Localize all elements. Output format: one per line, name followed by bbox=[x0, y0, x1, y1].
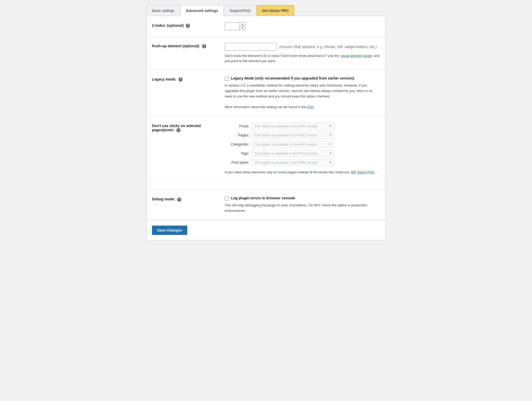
tags-select[interactable]: This option is available in the PRO vers… bbox=[251, 150, 335, 157]
debug-help-icon[interactable]: ? bbox=[177, 198, 181, 202]
save-button[interactable]: Save Changes bbox=[152, 226, 187, 235]
post-types-select[interactable]: This option is available in the PRO vers… bbox=[251, 159, 335, 166]
faq-link[interactable]: FAQ bbox=[307, 105, 314, 109]
posts-label: Posts: bbox=[225, 124, 249, 128]
zindex-label: Z-index: (optional) ? bbox=[152, 22, 225, 28]
debug-checkbox-label: Log plugin errors in browser console bbox=[231, 196, 295, 200]
debug-checkbox[interactable] bbox=[225, 196, 229, 201]
pushup-row: Push-up element (optional): ? (choose ON… bbox=[147, 37, 385, 70]
debug-description: This will help debugging the plugin in c… bbox=[225, 203, 380, 214]
zindex-content: ▲ ▼ bbox=[225, 22, 380, 30]
post-types-label: Post types: bbox=[225, 160, 249, 165]
legacy-checkbox-label: Legacy Mode (only recommended if you upg… bbox=[231, 76, 355, 80]
zindex-input[interactable] bbox=[225, 23, 240, 30]
tab-support[interactable]: Support/FAQ bbox=[224, 5, 256, 16]
tabs-container: Basic settings Advanced settings Support… bbox=[147, 5, 385, 16]
posts-select-row: Posts: This option is available in the P… bbox=[225, 123, 380, 130]
dont-use-sticky-row: Don't use sticky on selected pages/posts… bbox=[147, 116, 385, 181]
pushup-hint: (choose ONE element, e.g. #footer, OR .w… bbox=[279, 45, 377, 49]
tags-select-row: Tags: This option is available in the PR… bbox=[225, 150, 380, 157]
content-panel: Z-index: (optional) ? ▲ ▼ Push-up elemen… bbox=[147, 16, 385, 240]
zindex-help-icon[interactable]: ? bbox=[186, 24, 190, 28]
sticky-pages-help: If you need sticky elements only on some… bbox=[225, 170, 380, 175]
pushup-content: (choose ONE element, e.g. #footer, OR .w… bbox=[225, 43, 380, 63]
categories-select-row: Categories: This option is available in … bbox=[225, 141, 380, 148]
dont-use-sticky-content: Posts: This option is available in the P… bbox=[225, 123, 380, 175]
debug-row: Debug mode: ? Log plugin errors in brows… bbox=[147, 190, 385, 220]
legacy-help-icon[interactable]: ? bbox=[178, 77, 183, 82]
pushup-label: Push-up element (optional): ? bbox=[152, 43, 225, 48]
tab-pro[interactable]: Get Sticky PRO bbox=[257, 5, 294, 16]
visual-element-picker-link[interactable]: visual element picker bbox=[340, 54, 373, 58]
tab-advanced[interactable]: Advanced settings bbox=[180, 5, 223, 16]
page-wrapper: Basic settings Advanced settings Support… bbox=[141, 0, 391, 246]
spacer bbox=[147, 181, 385, 190]
legacy-row: Legacy mode: ? Legacy Mode (only recomme… bbox=[147, 70, 385, 116]
zindex-row: Z-index: (optional) ? ▲ ▼ bbox=[147, 16, 385, 37]
categories-label: Categories: bbox=[225, 142, 249, 146]
zindex-spinner: ▲ ▼ bbox=[225, 22, 245, 30]
legacy-checkbox[interactable] bbox=[225, 77, 229, 81]
wp-sticky-pro-link[interactable]: WP Sticky PRO bbox=[350, 170, 375, 174]
zindex-decrement[interactable]: ▼ bbox=[240, 26, 245, 30]
legacy-content: Legacy Mode (only recommended if you upg… bbox=[225, 76, 380, 110]
debug-label: Debug mode: ? bbox=[152, 196, 225, 201]
debug-content: Log plugin errors in browser console Thi… bbox=[225, 196, 380, 214]
pushup-help-text: Don't know the element's ID or class? Do… bbox=[225, 53, 380, 63]
pages-select[interactable]: This option is available in the PRO vers… bbox=[251, 132, 335, 139]
post-types-select-row: Post types: This option is available in … bbox=[225, 159, 380, 166]
tags-label: Tags: bbox=[225, 151, 249, 155]
pushup-input[interactable] bbox=[225, 43, 277, 51]
pages-select-row: Pages: This option is available in the P… bbox=[225, 132, 380, 139]
dont-use-sticky-label: Don't use sticky on selected pages/posts… bbox=[152, 123, 225, 132]
dont-use-sticky-help-icon[interactable]: ? bbox=[176, 128, 181, 132]
pushup-help-icon[interactable]: ? bbox=[202, 44, 206, 48]
legacy-label: Legacy mode: ? bbox=[152, 76, 225, 82]
save-button-row: Save Changes bbox=[147, 220, 385, 240]
categories-select[interactable]: This option is available in the PRO vers… bbox=[251, 141, 335, 148]
zindex-increment[interactable]: ▲ bbox=[240, 23, 245, 26]
legacy-description: In version 2.0, a new/better method for … bbox=[225, 83, 380, 110]
pages-label: Pages: bbox=[225, 133, 249, 137]
tab-basic[interactable]: Basic settings bbox=[147, 5, 180, 16]
posts-select[interactable]: This option is available in the PRO vers… bbox=[251, 123, 335, 130]
